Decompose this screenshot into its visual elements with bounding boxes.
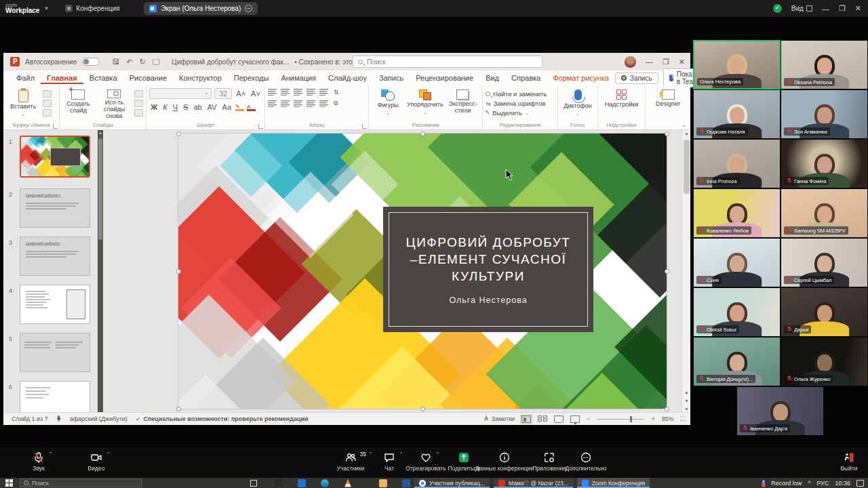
shrink-font-button[interactable]: A˅: [250, 89, 262, 98]
taskbar-window-3[interactable]: Zoom Конференция: [577, 478, 650, 488]
smartart-convert-button[interactable]: ⧉: [332, 100, 339, 107]
new-slide-button[interactable]: Создать слайд: [62, 88, 94, 120]
font-style-button-5[interactable]: AV: [206, 103, 218, 111]
task-view-button[interactable]: [250, 480, 257, 487]
grow-font-button[interactable]: A˄: [235, 89, 247, 98]
tab-shared-screen[interactable]: Экран (Ольга Нестерова): [144, 2, 258, 15]
ppt-restore-button[interactable]: ❐: [663, 58, 669, 66]
participant-tile-10[interactable]: Сергей Цымбал: [781, 238, 868, 287]
participant-tile-15[interactable]: Іванченко Дар'я: [736, 386, 824, 436]
accessibility-check[interactable]: ✓Специальные возможности: проверьте реко…: [136, 415, 309, 422]
selection-handle[interactable]: [176, 407, 181, 411]
align-left-button[interactable]: [268, 100, 277, 107]
participant-tile-11[interactable]: Oleksii Sokur: [693, 287, 781, 337]
format-painter-button[interactable]: [43, 109, 52, 117]
scrollbar-thumb[interactable]: [684, 140, 690, 194]
selection-handle[interactable]: [665, 269, 669, 274]
reuse-slides-button[interactable]: Исп-ть слайды снова: [97, 88, 132, 120]
font-style-button-3[interactable]: S: [182, 103, 189, 111]
notes-button[interactable]: ≜ Заметки: [484, 415, 515, 422]
minimize-window-button[interactable]: —: [822, 5, 829, 13]
columns-button[interactable]: [319, 100, 328, 107]
font-style-button-1[interactable]: К: [161, 103, 168, 111]
slide-thumbnail-5[interactable]: [20, 333, 90, 372]
slide-sorter-view-button[interactable]: [538, 415, 547, 423]
normal-view-button[interactable]: [521, 415, 531, 423]
slide-thumbnail-1[interactable]: [20, 136, 90, 178]
slide-thumbnail-2[interactable]: Цифровий добробут: [20, 188, 90, 228]
file-explorer-icon[interactable]: [379, 479, 387, 487]
present-button[interactable]: 🖵: [153, 58, 160, 66]
selection-handle[interactable]: [665, 131, 669, 136]
zoom-out-button[interactable]: −: [587, 415, 590, 422]
numbering-button[interactable]: [281, 88, 290, 96]
audio-chevron-icon[interactable]: ⌃: [48, 451, 53, 458]
clipboard-dialog-launcher[interactable]: [53, 124, 58, 129]
participant-tile-1[interactable]: Ольга Нестерова: [693, 40, 781, 89]
undo-button[interactable]: ↶: [126, 58, 132, 66]
participant-tile-3[interactable]: Гедікова Наталя: [693, 89, 781, 139]
paragraph-dialog-launcher[interactable]: [362, 124, 367, 129]
tab-файл[interactable]: Файл: [10, 72, 41, 84]
paste-button[interactable]: Вставить ⌄: [6, 88, 40, 120]
tray-expand-icon[interactable]: ^: [808, 480, 810, 487]
selection-handle[interactable]: [176, 269, 181, 274]
language-indicator[interactable]: РУС: [816, 480, 829, 487]
clock[interactable]: 10:36: [835, 480, 850, 487]
video-chevron-icon[interactable]: ⌃: [106, 451, 111, 458]
ppt-close-button[interactable]: ✕: [679, 58, 685, 66]
tab-слайд-шоу[interactable]: Слайд-шоу: [322, 72, 373, 84]
audio-button[interactable]: ⌃Звук: [10, 451, 67, 472]
tab-рисование[interactable]: Рисование: [123, 72, 173, 84]
ppt-minimize-button[interactable]: —: [646, 58, 653, 66]
font-style-button-0[interactable]: Ж: [149, 103, 159, 111]
line-spacing-button[interactable]: [319, 88, 328, 96]
participant-tile-14[interactable]: Ольга Журенко: [781, 337, 868, 386]
taskbar-window-2[interactable]: Мама♡ @ Nazar (23...: [494, 478, 573, 488]
slide-thumbnail-6[interactable]: [20, 381, 90, 412]
zoom-level[interactable]: 85%: [662, 415, 674, 422]
section-button[interactable]: [134, 109, 143, 117]
font-style-button-6[interactable]: Aa: [221, 103, 233, 111]
highlight-color-button[interactable]: ✎: [235, 104, 244, 111]
participant-tile-6[interactable]: Ганна Фоміна: [781, 139, 868, 188]
tab-вставка[interactable]: Вставка: [83, 72, 123, 84]
edge-app-icon[interactable]: [321, 479, 329, 487]
tab-главная[interactable]: Главная: [41, 72, 83, 84]
select-button[interactable]: ⭦Выделить ⌄: [486, 109, 547, 117]
vlc-app-icon[interactable]: [344, 479, 352, 487]
text-direction-button[interactable]: ⇅: [332, 89, 340, 96]
more-button[interactable]: Дополнительно: [557, 451, 614, 472]
slide-thumbnail-4[interactable]: [20, 285, 90, 324]
video-button[interactable]: ⌃Видео: [68, 451, 125, 472]
participant-tile-4[interactable]: Зоя Агаманюк: [781, 89, 868, 139]
account-avatar[interactable]: [625, 56, 636, 68]
view-button[interactable]: Вид: [791, 5, 812, 12]
replace-fonts-button[interactable]: ⇋Замена шрифтов: [486, 100, 547, 107]
taskbar-search[interactable]: Поиск: [20, 479, 142, 487]
arrange-button[interactable]: Упорядочить ⌄: [407, 88, 443, 120]
slide-thumbnail-3[interactable]: Цифровий добробут: [20, 237, 90, 276]
indent-decrease-button[interactable]: [294, 88, 302, 96]
zoom-slider[interactable]: [597, 419, 644, 420]
font-style-button-4[interactable]: ab: [192, 103, 203, 111]
zoom-in-button[interactable]: +: [651, 415, 654, 422]
tab-анимация[interactable]: Анимация: [275, 72, 322, 84]
weather-label[interactable]: Record low: [771, 480, 802, 487]
dictate-button[interactable]: Диктофон ⌄: [561, 88, 595, 120]
tab-справка[interactable]: Справка: [505, 72, 547, 84]
font-style-button-2[interactable]: Ч: [172, 103, 179, 111]
security-shield-icon[interactable]: [773, 4, 782, 13]
font-name-select[interactable]: [149, 88, 212, 99]
restore-window-button[interactable]: ❐: [839, 4, 846, 13]
selection-handle[interactable]: [420, 407, 425, 411]
selection-handle[interactable]: [665, 407, 669, 411]
quick-styles-button[interactable]: Экспресс-стили: [446, 88, 480, 120]
slide-area-scrollbar[interactable]: ▲ ▲ ▼ ▼: [682, 130, 690, 412]
app-icon-1[interactable]: [275, 479, 283, 487]
designer-button[interactable]: Designer: [648, 88, 688, 120]
record-button[interactable]: Запись: [615, 73, 658, 84]
redo-button[interactable]: ↻: [139, 58, 145, 66]
align-right-button[interactable]: [294, 100, 302, 107]
close-screen-tab-icon[interactable]: [245, 5, 252, 12]
